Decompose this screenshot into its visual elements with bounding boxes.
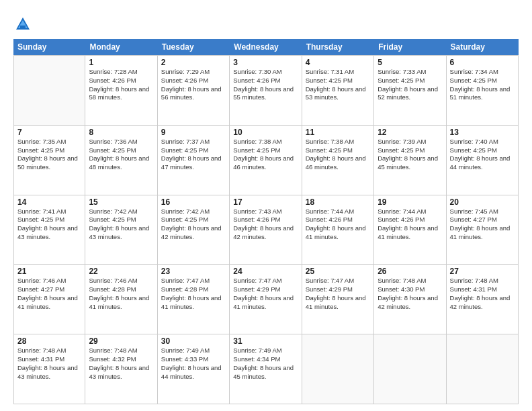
cal-week-row: 7Sunrise: 7:35 AM Sunset: 4:25 PM Daylig… [13,126,519,195]
cell-sun-info: Sunrise: 7:35 AM Sunset: 4:25 PM Dayligh… [17,138,81,172]
day-number: 16 [161,197,226,207]
day-number: 9 [161,128,226,137]
cal-cell: 31Sunrise: 7:49 AM Sunset: 4:34 PM Dayli… [230,334,302,404]
cal-cell: 20Sunrise: 7:45 AM Sunset: 4:27 PM Dayli… [447,195,519,265]
cell-sun-info: Sunrise: 7:48 AM Sunset: 4:32 PM Dayligh… [89,347,153,381]
cell-sun-info: Sunrise: 7:28 AM Sunset: 4:26 PM Dayligh… [89,68,153,102]
day-number: 18 [306,197,370,207]
cal-week-row: 1Sunrise: 7:28 AM Sunset: 4:26 PM Daylig… [13,55,519,126]
cal-cell: 16Sunrise: 7:42 AM Sunset: 4:25 PM Dayli… [158,195,230,265]
cal-header-day: Wednesday [230,39,302,55]
day-number: 17 [233,197,298,207]
day-number: 15 [89,197,153,207]
day-number: 13 [450,128,515,137]
day-number: 23 [161,267,226,276]
day-number: 21 [17,267,81,276]
cal-cell: 14Sunrise: 7:41 AM Sunset: 4:25 PM Dayli… [13,195,85,265]
cell-sun-info: Sunrise: 7:40 AM Sunset: 4:25 PM Dayligh… [450,138,515,172]
cal-cell [374,334,446,404]
page: SundayMondayTuesdayWednesdayThursdayFrid… [0,0,532,411]
cell-sun-info: Sunrise: 7:36 AM Sunset: 4:25 PM Dayligh… [89,138,153,172]
cal-week-row: 14Sunrise: 7:41 AM Sunset: 4:25 PM Dayli… [13,195,519,265]
cal-cell [13,56,85,125]
cal-cell [302,334,374,404]
header [13,12,519,34]
cell-sun-info: Sunrise: 7:46 AM Sunset: 4:28 PM Dayligh… [89,277,153,311]
calendar-body: 1Sunrise: 7:28 AM Sunset: 4:26 PM Daylig… [13,55,519,404]
day-number: 11 [306,128,370,137]
cell-sun-info: Sunrise: 7:48 AM Sunset: 4:31 PM Dayligh… [17,347,81,381]
cal-cell: 11Sunrise: 7:38 AM Sunset: 4:25 PM Dayli… [302,126,374,195]
cal-cell: 4Sunrise: 7:31 AM Sunset: 4:25 PM Daylig… [302,56,374,125]
cell-sun-info: Sunrise: 7:45 AM Sunset: 4:27 PM Dayligh… [450,208,515,242]
cal-cell: 5Sunrise: 7:33 AM Sunset: 4:25 PM Daylig… [374,56,446,125]
cal-cell: 8Sunrise: 7:36 AM Sunset: 4:25 PM Daylig… [85,126,157,195]
day-number: 1 [89,58,153,67]
day-number: 7 [17,128,81,137]
cell-sun-info: Sunrise: 7:31 AM Sunset: 4:25 PM Dayligh… [306,68,370,102]
logo [13,15,35,34]
cal-header-day: Tuesday [158,39,230,55]
logo-icon [13,15,32,34]
cal-header-day: Monday [85,39,157,55]
calendar: SundayMondayTuesdayWednesdayThursdayFrid… [13,39,519,404]
day-number: 22 [89,267,153,276]
svg-rect-2 [20,26,26,30]
cell-sun-info: Sunrise: 7:39 AM Sunset: 4:25 PM Dayligh… [378,138,442,172]
day-number: 3 [233,58,298,67]
cell-sun-info: Sunrise: 7:49 AM Sunset: 4:33 PM Dayligh… [161,347,226,381]
day-number: 12 [378,128,442,137]
cal-cell: 26Sunrise: 7:48 AM Sunset: 4:30 PM Dayli… [374,265,446,334]
cal-header-day: Thursday [302,39,374,55]
cal-cell: 23Sunrise: 7:47 AM Sunset: 4:28 PM Dayli… [158,265,230,334]
cal-cell: 6Sunrise: 7:34 AM Sunset: 4:25 PM Daylig… [447,56,519,125]
day-number: 10 [233,128,298,137]
day-number: 31 [233,336,298,346]
cell-sun-info: Sunrise: 7:43 AM Sunset: 4:26 PM Dayligh… [233,208,298,242]
day-number: 29 [89,336,153,346]
cal-cell: 15Sunrise: 7:42 AM Sunset: 4:25 PM Dayli… [85,195,157,265]
cell-sun-info: Sunrise: 7:46 AM Sunset: 4:27 PM Dayligh… [17,277,81,311]
cell-sun-info: Sunrise: 7:33 AM Sunset: 4:25 PM Dayligh… [378,68,442,102]
cell-sun-info: Sunrise: 7:38 AM Sunset: 4:25 PM Dayligh… [233,138,298,172]
day-number: 30 [161,336,226,346]
day-number: 28 [17,336,81,346]
cal-cell: 21Sunrise: 7:46 AM Sunset: 4:27 PM Dayli… [13,265,85,334]
cal-header-day: Saturday [447,39,519,55]
cell-sun-info: Sunrise: 7:37 AM Sunset: 4:25 PM Dayligh… [161,138,226,172]
cell-sun-info: Sunrise: 7:41 AM Sunset: 4:25 PM Dayligh… [17,208,81,242]
cell-sun-info: Sunrise: 7:48 AM Sunset: 4:30 PM Dayligh… [378,277,442,311]
cal-header-day: Friday [374,39,446,55]
cal-cell: 18Sunrise: 7:44 AM Sunset: 4:26 PM Dayli… [302,195,374,265]
cell-sun-info: Sunrise: 7:42 AM Sunset: 4:25 PM Dayligh… [161,208,226,242]
cal-cell: 22Sunrise: 7:46 AM Sunset: 4:28 PM Dayli… [85,265,157,334]
cell-sun-info: Sunrise: 7:42 AM Sunset: 4:25 PM Dayligh… [89,208,153,242]
cal-cell: 3Sunrise: 7:30 AM Sunset: 4:26 PM Daylig… [230,56,302,125]
cell-sun-info: Sunrise: 7:30 AM Sunset: 4:26 PM Dayligh… [233,68,298,102]
cal-cell: 7Sunrise: 7:35 AM Sunset: 4:25 PM Daylig… [13,126,85,195]
cell-sun-info: Sunrise: 7:38 AM Sunset: 4:25 PM Dayligh… [306,138,370,172]
day-number: 8 [89,128,153,137]
cal-cell: 29Sunrise: 7:48 AM Sunset: 4:32 PM Dayli… [85,334,157,404]
day-number: 4 [306,58,370,67]
day-number: 26 [378,267,442,276]
cell-sun-info: Sunrise: 7:44 AM Sunset: 4:26 PM Dayligh… [306,208,370,242]
cal-cell: 25Sunrise: 7:47 AM Sunset: 4:29 PM Dayli… [302,265,374,334]
day-number: 27 [450,267,515,276]
cell-sun-info: Sunrise: 7:47 AM Sunset: 4:29 PM Dayligh… [306,277,370,311]
cell-sun-info: Sunrise: 7:34 AM Sunset: 4:25 PM Dayligh… [450,68,515,102]
calendar-header: SundayMondayTuesdayWednesdayThursdayFrid… [13,39,519,55]
cell-sun-info: Sunrise: 7:47 AM Sunset: 4:28 PM Dayligh… [161,277,226,311]
day-number: 5 [378,58,442,67]
cal-cell: 1Sunrise: 7:28 AM Sunset: 4:26 PM Daylig… [85,56,157,125]
cal-cell: 10Sunrise: 7:38 AM Sunset: 4:25 PM Dayli… [230,126,302,195]
day-number: 24 [233,267,298,276]
cal-cell: 30Sunrise: 7:49 AM Sunset: 4:33 PM Dayli… [158,334,230,404]
day-number: 14 [17,197,81,207]
cal-week-row: 21Sunrise: 7:46 AM Sunset: 4:27 PM Dayli… [13,265,519,334]
cal-cell: 12Sunrise: 7:39 AM Sunset: 4:25 PM Dayli… [374,126,446,195]
cal-cell: 9Sunrise: 7:37 AM Sunset: 4:25 PM Daylig… [158,126,230,195]
cal-cell [447,334,519,404]
cell-sun-info: Sunrise: 7:48 AM Sunset: 4:31 PM Dayligh… [450,277,515,311]
cal-cell: 13Sunrise: 7:40 AM Sunset: 4:25 PM Dayli… [447,126,519,195]
